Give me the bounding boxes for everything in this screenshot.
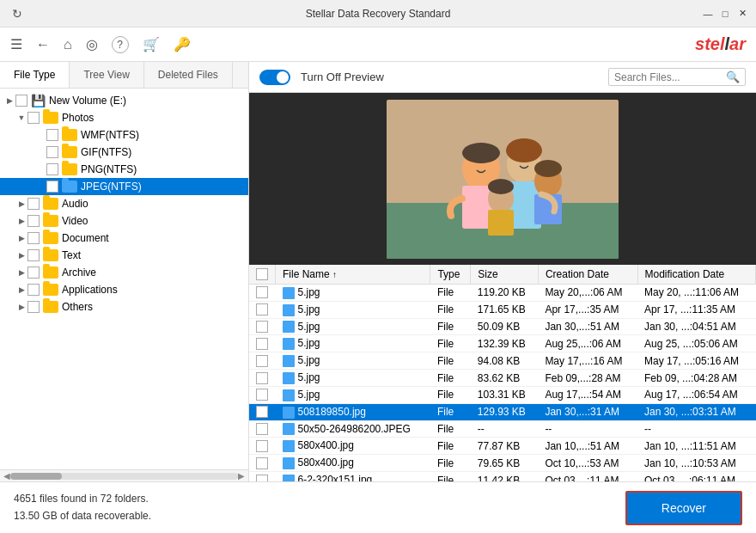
cell-modification-3: Aug 25, ...:05:06 AM	[637, 335, 755, 352]
tree-label-document: Document	[62, 232, 109, 244]
expand-new-volume[interactable]: ▶	[3, 96, 15, 105]
scroll-thumb[interactable]	[10, 473, 62, 480]
tree-item-gif[interactable]: GIF(NTFS)	[0, 144, 248, 161]
expand-others[interactable]: ▶	[15, 303, 27, 311]
expand-document[interactable]: ▶	[15, 234, 27, 242]
checkbox-others[interactable]	[27, 301, 40, 313]
checkbox-new-volume[interactable]	[15, 95, 27, 107]
tree-item-jpeg[interactable]: JPEG(NTFS)	[0, 178, 248, 195]
tree-item-wmf[interactable]: WMF(NTFS)	[0, 126, 248, 144]
folder-icon-gif	[62, 146, 77, 158]
data-recoverable-text: 13.50 GB of data recoverable.	[14, 508, 151, 524]
th-checkbox[interactable]	[249, 265, 276, 285]
th-type[interactable]: Type	[430, 265, 471, 285]
select-all-checkbox[interactable]	[256, 268, 268, 280]
row-checkbox-11[interactable]	[256, 475, 268, 481]
maximize-button[interactable]: □	[718, 7, 732, 21]
tree-item-document[interactable]: ▶ Document	[0, 230, 248, 247]
checkbox-audio[interactable]	[27, 198, 40, 210]
scan-icon[interactable]: ◎	[86, 36, 98, 52]
home-icon[interactable]: ⌂	[64, 37, 72, 52]
back-icon[interactable]: ←	[36, 37, 50, 52]
cart-icon[interactable]: 🛒	[143, 36, 160, 52]
checkbox-jpeg[interactable]	[46, 181, 58, 193]
tree-item-audio[interactable]: ▶ Audio	[0, 195, 248, 212]
checkbox-wmf[interactable]	[46, 129, 58, 141]
checkbox-png[interactable]	[46, 163, 58, 175]
expand-audio[interactable]: ▶	[15, 199, 27, 208]
th-filename[interactable]: File Name ↑	[276, 265, 430, 285]
preview-toggle[interactable]	[259, 70, 290, 85]
search-box[interactable]: 🔍	[608, 68, 746, 86]
th-modification-date[interactable]: Modification Date	[637, 265, 755, 285]
row-checkbox-8[interactable]	[256, 423, 268, 435]
tree-item-png[interactable]: PNG(NTFS)	[0, 161, 248, 178]
tree-item-photos[interactable]: ▼ Photos	[0, 109, 248, 126]
file-table-body: 5.jpg File 119.20 KB May 20,...:06 AM Ma…	[249, 285, 756, 482]
row-checkbox-3[interactable]	[256, 338, 268, 350]
expand-text[interactable]: ▶	[15, 251, 27, 260]
checkbox-video[interactable]	[27, 215, 40, 227]
checkbox-photos[interactable]	[27, 112, 40, 124]
file-table-container[interactable]: File Name ↑ Type Size Creation Date Modi…	[249, 265, 756, 481]
row-checkbox-6[interactable]	[256, 389, 268, 401]
key-icon[interactable]: 🔑	[174, 36, 191, 52]
scroll-right-arrow[interactable]: ▶	[238, 471, 245, 481]
tab-file-type[interactable]: File Type	[0, 62, 70, 88]
table-row[interactable]: 6-2-320x151.jpg File 11.42 KB Oct 03,...…	[249, 472, 756, 481]
expand-photos[interactable]: ▼	[15, 113, 27, 122]
th-size[interactable]: Size	[471, 265, 539, 285]
checkbox-document[interactable]	[27, 232, 40, 244]
checkbox-gif[interactable]	[46, 146, 58, 158]
minimize-button[interactable]: —	[701, 7, 715, 21]
recover-button[interactable]: Recover	[625, 491, 742, 525]
row-checkbox-2[interactable]	[256, 321, 268, 333]
cell-creation-8: --	[538, 420, 637, 438]
row-checkbox-1[interactable]	[256, 303, 268, 316]
tree-item-archive[interactable]: ▶ Archive	[0, 264, 248, 281]
tree-item-new-volume[interactable]: ▶ 💾 New Volume (E:)	[0, 92, 248, 109]
row-checkbox-4[interactable]	[256, 355, 268, 367]
tree-item-text[interactable]: ▶ Text	[0, 247, 248, 264]
search-icon[interactable]: 🔍	[726, 70, 740, 83]
cell-size-7: 129.93 KB	[471, 403, 539, 420]
titlebar-back[interactable]: ↻	[7, 3, 27, 24]
expand-video[interactable]: ▶	[15, 217, 27, 225]
row-checkbox-9[interactable]	[256, 440, 268, 452]
table-row[interactable]: 508189850.jpg File 129.93 KB Jan 30,...:…	[249, 403, 756, 420]
row-checkbox-10[interactable]	[256, 457, 268, 469]
search-input[interactable]	[614, 71, 726, 83]
table-row[interactable]: 5.jpg File 103.31 KB Aug 17,...:54 AM Au…	[249, 386, 756, 403]
tree-item-applications[interactable]: ▶ Applications	[0, 281, 248, 298]
status-area: 4651 files found in 72 folders. 13.50 GB…	[14, 491, 151, 524]
th-creation-date[interactable]: Creation Date	[538, 265, 637, 285]
row-checkbox-5[interactable]	[256, 372, 268, 384]
table-row[interactable]: 5.jpg File 132.39 KB Aug 25,...:06 AM Au…	[249, 335, 756, 352]
preview-label: Turn Off Preview	[301, 70, 384, 83]
help-icon[interactable]: ?	[112, 36, 129, 53]
horizontal-scrollbar[interactable]: ◀ ▶	[0, 469, 248, 481]
expand-applications[interactable]: ▶	[15, 285, 27, 294]
table-row[interactable]: 5.jpg File 119.20 KB May 20,...:06 AM Ma…	[249, 285, 756, 302]
tree-item-video[interactable]: ▶ Video	[0, 212, 248, 230]
scroll-left-arrow[interactable]: ◀	[3, 471, 10, 481]
table-row[interactable]: 5.jpg File 94.08 KB May 17,...:16 AM May…	[249, 352, 756, 370]
table-row[interactable]: 50x50-264986200.JPEG File -- -- --	[249, 420, 756, 438]
tab-deleted-files[interactable]: Deleted Files	[144, 62, 233, 88]
row-checkbox-0[interactable]	[256, 286, 268, 298]
table-row[interactable]: 5.jpg File 171.65 KB Apr 17,...:35 AM Ap…	[249, 301, 756, 318]
checkbox-text[interactable]	[27, 249, 40, 261]
table-row[interactable]: 5.jpg File 83.62 KB Feb 09,...:28 AM Feb…	[249, 370, 756, 387]
close-button[interactable]: ✕	[735, 7, 749, 21]
tree-item-others[interactable]: ▶ Others	[0, 298, 248, 316]
folder-icon-png	[62, 163, 77, 175]
table-row[interactable]: 5.jpg File 50.09 KB Jan 30,...:51 AM Jan…	[249, 318, 756, 335]
expand-archive[interactable]: ▶	[15, 268, 27, 277]
row-checkbox-7[interactable]	[256, 406, 268, 418]
table-row[interactable]: 580x400.jpg File 77.87 KB Jan 10,...:51 …	[249, 438, 756, 455]
table-row[interactable]: 580x400.jpg File 79.65 KB Oct 10,...:53 …	[249, 455, 756, 472]
checkbox-applications[interactable]	[27, 284, 40, 296]
checkbox-archive[interactable]	[27, 266, 40, 279]
tab-tree-view[interactable]: Tree View	[70, 62, 143, 88]
menu-icon[interactable]: ☰	[10, 36, 22, 52]
